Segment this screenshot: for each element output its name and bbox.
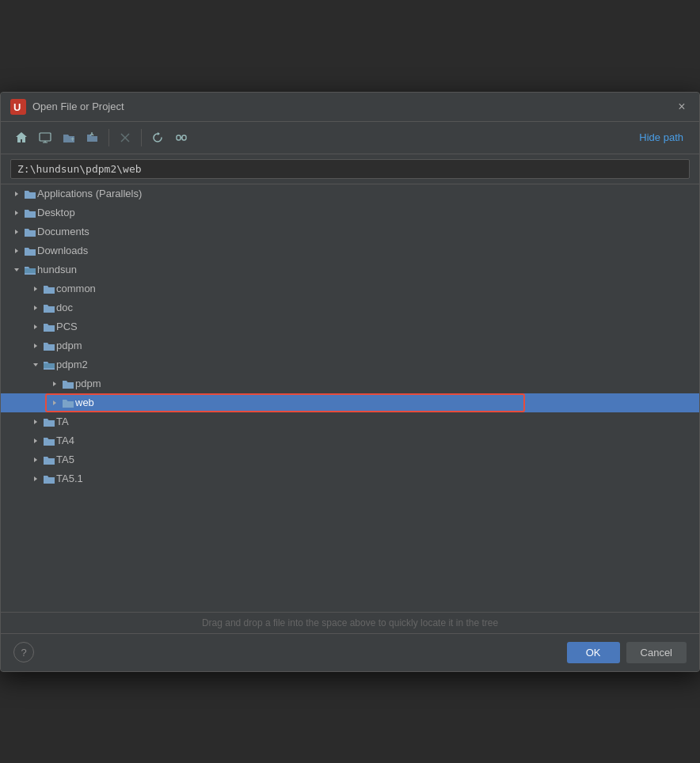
svg-marker-22 [53,400,56,405]
svg-text:U: U [13,101,21,113]
tree-root: Applications (Parallels)DesktopDocuments… [1,184,699,488]
tree-arrow-TA4[interactable] [29,435,42,447]
svg-marker-12 [15,211,18,215]
toolbar-sep-2 [141,129,142,146]
ok-button[interactable]: OK [567,642,620,663]
tree-item-PCS[interactable]: PCS [1,317,699,336]
folder-icon-TA [42,415,56,429]
tree-item-documents[interactable]: Documents [1,222,699,241]
button-bar: ? OK Cancel [1,633,699,671]
tree-item-desktop[interactable]: Desktop [1,203,699,222]
folder-icon-TA5 [42,453,56,467]
hide-path-button[interactable]: Hide path [633,128,690,146]
folder-icon-desktop [23,206,37,220]
folder-icon-downloads [23,244,37,258]
tree-arrow-documents[interactable] [10,226,23,238]
folder-icon-hundsun [23,263,37,277]
tree-item-TA5[interactable]: TA5 [1,450,699,469]
tree-item-pdpm[interactable]: pdpm [1,336,699,355]
svg-marker-17 [34,306,37,310]
folder-icon-documents [23,225,37,239]
tree-label-TA51: TA5.1 [56,473,83,484]
tree-arrow-PCS[interactable] [29,321,42,333]
tree-item-downloads[interactable]: Downloads [1,241,699,260]
svg-rect-8 [177,135,181,140]
svg-marker-15 [14,268,19,271]
tree-arrow-pdpm[interactable] [29,340,42,352]
folder-icon-doc [42,301,56,315]
folder-icon-applications [23,187,37,201]
svg-marker-19 [34,344,37,348]
folder-icon-PCS [42,320,56,334]
tree-label-TA5: TA5 [56,454,74,465]
tree-item-web[interactable]: web [1,393,699,412]
up-folder-button[interactable] [82,127,104,149]
tree-arrow-applications[interactable] [10,188,23,200]
tree-item-hundsun[interactable]: hundsun [1,260,699,279]
tree-arrow-web[interactable] [48,397,61,409]
tree-label-pdpm2: pdpm2 [56,359,88,370]
close-button[interactable]: × [674,99,690,115]
tree-label-pdpm_child: pdpm [75,378,101,389]
tree-arrow-downloads[interactable] [10,245,23,257]
tree-arrow-TA[interactable] [29,416,42,428]
new-folder-button[interactable]: + [58,127,80,149]
folder-icon-TA51 [42,472,56,486]
tree-arrow-common[interactable] [29,283,42,295]
refresh-button[interactable] [146,127,169,149]
link-button[interactable] [170,127,192,149]
tree-item-TA[interactable]: TA [1,412,699,431]
tree-label-pdpm: pdpm [56,340,82,351]
tree-arrow-hundsun[interactable] [10,264,23,276]
delete-button[interactable] [114,127,136,149]
tree-label-web: web [75,397,94,408]
path-input[interactable] [10,159,690,179]
path-bar [1,154,699,184]
tree-arrow-TA51[interactable] [29,473,42,485]
tree-item-pdpm_child[interactable]: pdpm [1,374,699,393]
dialog-title: Open File or Project [32,101,668,112]
tree-item-TA51[interactable]: TA5.1 [1,469,699,488]
svg-marker-23 [34,419,37,424]
folder-icon-pdpm [42,339,56,353]
file-tree[interactable]: Applications (Parallels)DesktopDocuments… [1,184,699,612]
tree-label-desktop: Desktop [37,207,75,218]
tree-item-TA4[interactable]: TA4 [1,431,699,450]
folder-icon-TA4 [42,434,56,448]
svg-text:+: + [70,135,74,143]
svg-marker-11 [15,192,18,196]
selected-outline [45,393,525,412]
svg-marker-18 [34,325,37,329]
svg-marker-21 [53,382,56,386]
tree-item-pdpm2[interactable]: pdpm2 [1,355,699,374]
svg-marker-13 [15,230,18,234]
tree-item-doc[interactable]: doc [1,298,699,317]
svg-rect-2 [40,133,51,141]
help-button[interactable]: ? [13,642,34,662]
tree-label-TA4: TA4 [56,435,74,446]
tree-arrow-pdpm_child[interactable] [48,378,61,390]
tree-arrow-TA5[interactable] [29,454,42,466]
svg-marker-24 [34,438,37,443]
home-button[interactable] [10,127,32,149]
tree-item-applications[interactable]: Applications (Parallels) [1,184,699,203]
tree-item-common[interactable]: common [1,279,699,298]
folder-icon-pdpm_child [61,377,75,391]
svg-marker-20 [33,363,38,366]
tree-label-PCS: PCS [56,321,78,332]
tree-label-TA: TA [56,416,69,427]
svg-rect-9 [182,135,186,140]
tree-label-downloads: Downloads [37,245,88,256]
cancel-button[interactable]: Cancel [626,642,687,663]
desktop-button[interactable] [34,127,56,149]
tree-arrow-desktop[interactable] [10,207,23,219]
hint-bar: Drag and drop a file into the space abov… [1,612,699,633]
svg-marker-25 [34,457,37,462]
tree-label-hundsun: hundsun [37,264,77,275]
tree-arrow-pdpm2[interactable] [29,359,42,371]
folder-icon-pdpm2 [42,358,56,372]
tree-arrow-doc[interactable] [29,302,42,314]
title-bar: U Open File or Project × [1,93,699,122]
svg-marker-16 [34,287,37,291]
folder-icon-web [61,396,75,410]
